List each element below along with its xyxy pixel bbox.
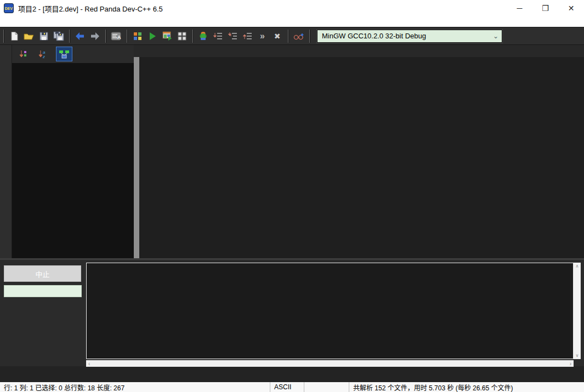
sort-by-type-button[interactable] (18, 48, 30, 60)
main-toolbar: A » ✖ MinGW GCC10.2.0 32-bit Debug ⌄ (0, 27, 584, 45)
compile-log-panel: 中止 ∧ ∨ ‹ › (0, 260, 584, 366)
class-hierarchy-icon (59, 49, 70, 59)
debug-bug-icon (199, 31, 208, 41)
save-button[interactable] (36, 29, 51, 43)
compiler-profile-select[interactable]: MinGW GCC10.2.0 32-bit Debug ⌄ (317, 30, 502, 43)
close-button[interactable]: ✕ (558, 0, 584, 16)
svg-text:A: A (117, 35, 121, 40)
structure-tree[interactable] (12, 63, 134, 258)
menu-bar (0, 16, 584, 27)
step-into-button[interactable] (225, 29, 240, 43)
run-icon (148, 32, 157, 41)
code-editor[interactable] (134, 57, 584, 258)
compile-icon (133, 32, 142, 41)
new-file-icon (9, 31, 19, 41)
abort-button[interactable]: 中止 (4, 265, 81, 282)
toolbar-grip[interactable] (69, 30, 70, 43)
continue-button[interactable]: » (255, 29, 270, 43)
structure-panel: az (12, 45, 134, 258)
title-bar: DEV 项目2 - [项目2.dev] - Red Panda Dev-C++ … (0, 0, 584, 16)
horizontal-scrollbar[interactable]: ‹ › (86, 360, 574, 367)
minimize-button[interactable]: ─ (507, 0, 532, 16)
toolbar-grip[interactable] (105, 30, 106, 43)
stop-button[interactable]: ✖ (270, 29, 285, 43)
toolbar-grip[interactable] (3, 30, 4, 43)
bottom-tab-bar (0, 366, 584, 382)
stop-icon: ✖ (274, 32, 281, 41)
toolbar-grip[interactable] (288, 30, 289, 43)
status-parse-info: 共解析 152 个文件，用时 5.703 秒 (每秒 26.65 个文件) (349, 382, 584, 392)
step-out-button[interactable] (240, 29, 255, 43)
window-controls: ─ ❒ ✕ (507, 0, 584, 16)
forward-arrow-icon (89, 32, 100, 41)
open-button[interactable] (21, 29, 36, 43)
rebuild-all-button[interactable] (174, 29, 189, 43)
sort-by-type-icon (19, 49, 28, 59)
sort-alpha-icon: az (38, 49, 47, 59)
open-folder-icon (24, 31, 34, 41)
back-arrow-icon (75, 32, 86, 41)
reformat-code-icon: A (111, 31, 121, 41)
compiler-profile-value: MinGW GCC10.2.0 32-bit Debug (317, 32, 490, 40)
editor-tab-bar (134, 45, 584, 57)
back-button[interactable] (72, 29, 87, 43)
status-mode (304, 382, 349, 392)
svg-text:z: z (42, 54, 45, 59)
new-file-button[interactable] (7, 29, 21, 43)
step-over-button[interactable] (211, 29, 225, 43)
continue-icon: » (260, 31, 265, 41)
editor-area (134, 45, 584, 258)
status-encoding: ASCII (270, 382, 304, 392)
toolbar-grip[interactable] (192, 30, 194, 43)
app-icon: DEV (4, 3, 14, 13)
chevron-down-icon: ⌄ (490, 32, 502, 40)
maximize-button[interactable]: ❒ (532, 0, 558, 16)
reformat-code-button[interactable]: A (109, 29, 123, 43)
sidebar-tab-strip (0, 45, 12, 258)
compile-and-run-icon (162, 31, 172, 41)
step-out-icon (243, 32, 253, 41)
scroll-left-icon[interactable]: ‹ (88, 361, 90, 367)
step-over-icon (213, 32, 223, 41)
save-all-button[interactable] (51, 29, 66, 43)
add-watch-button[interactable] (291, 29, 306, 43)
scroll-up-icon[interactable]: ∧ (576, 264, 579, 269)
toolbar-grip[interactable] (127, 30, 128, 43)
main-area: az (0, 45, 584, 258)
structure-panel-toolbar: az (12, 45, 134, 63)
forward-button[interactable] (87, 29, 102, 43)
class-view-button[interactable] (56, 47, 72, 61)
window-title: 项目2 - [项目2.dev] - Red Panda Dev-C++ 6.5 (18, 3, 163, 14)
run-button[interactable] (145, 29, 160, 43)
status-cursor-info: 行: 1 列: 1 已选择: 0 总行数: 18 长度: 267 (0, 382, 270, 392)
rebuild-all-icon (178, 32, 186, 41)
toolbar-grip[interactable] (309, 30, 310, 43)
scroll-down-icon[interactable]: ∨ (576, 353, 579, 358)
status-bar: 行: 1 列: 1 已选择: 0 总行数: 18 长度: 267 ASCII 共… (0, 382, 584, 392)
save-all-icon (53, 31, 64, 41)
compile-progress-bar (4, 285, 82, 297)
add-watch-glasses-icon (293, 32, 304, 41)
compile-and-run-button[interactable] (160, 29, 174, 43)
panel-splitter-handle[interactable] (134, 57, 139, 258)
step-into-icon (228, 32, 238, 41)
compile-log-output[interactable] (86, 263, 574, 359)
sort-alphabetically-button[interactable]: az (37, 48, 49, 60)
compile-button[interactable] (130, 29, 145, 43)
save-icon (39, 31, 49, 41)
scroll-right-icon[interactable]: › (570, 361, 571, 367)
debug-button[interactable] (196, 29, 211, 43)
vertical-scrollbar[interactable]: ∧ ∨ (574, 263, 581, 359)
